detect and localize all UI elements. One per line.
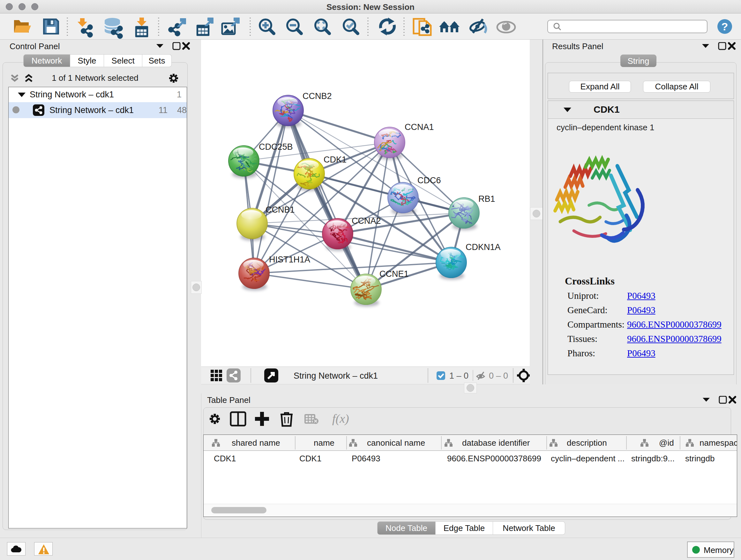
- svg-text:HIST1H1A: HIST1H1A: [269, 255, 310, 264]
- svg-text:P06493: P06493: [352, 454, 381, 463]
- svg-text:canonical name: canonical name: [367, 438, 425, 448]
- svg-text:RB1: RB1: [478, 194, 495, 204]
- svg-text:f(x): f(x): [332, 412, 349, 426]
- svg-text:CDK1: CDK1: [299, 454, 321, 463]
- svg-text:CCNB1: CCNB1: [266, 205, 295, 214]
- svg-text:1 – 0: 1 – 0: [449, 371, 468, 381]
- svg-text:name: name: [314, 438, 334, 448]
- svg-text:namespac: namespac: [699, 438, 737, 448]
- svg-text:stringdb:9...: stringdb:9...: [631, 454, 675, 463]
- svg-text:CDC6: CDC6: [417, 176, 441, 185]
- svg-text:stringdb: stringdb: [685, 454, 715, 463]
- svg-text:description: description: [567, 438, 607, 448]
- svg-text:@id: @id: [659, 438, 674, 448]
- svg-text:9606.ENSP00000378699: 9606.ENSP00000378699: [447, 454, 541, 463]
- svg-text:database identifier: database identifier: [462, 438, 530, 448]
- svg-text:?: ?: [722, 20, 728, 33]
- svg-text:CDKN1A: CDKN1A: [466, 242, 501, 252]
- svg-text:CCNE1: CCNE1: [380, 269, 409, 279]
- svg-text:cyclin–dependent ...: cyclin–dependent ...: [551, 454, 624, 463]
- svg-text:0 – 0: 0 – 0: [489, 371, 508, 381]
- svg-text:CCNB2: CCNB2: [302, 91, 332, 101]
- svg-text:String Network – cdk1: String Network – cdk1: [293, 371, 378, 381]
- svg-text:CCNA1: CCNA1: [405, 122, 434, 132]
- svg-text:CDK1: CDK1: [324, 155, 347, 165]
- svg-text:CCNA2: CCNA2: [352, 216, 381, 226]
- svg-text:CDK1: CDK1: [214, 454, 236, 463]
- svg-text:shared name: shared name: [232, 438, 280, 448]
- svg-text:CDC25B: CDC25B: [259, 142, 293, 152]
